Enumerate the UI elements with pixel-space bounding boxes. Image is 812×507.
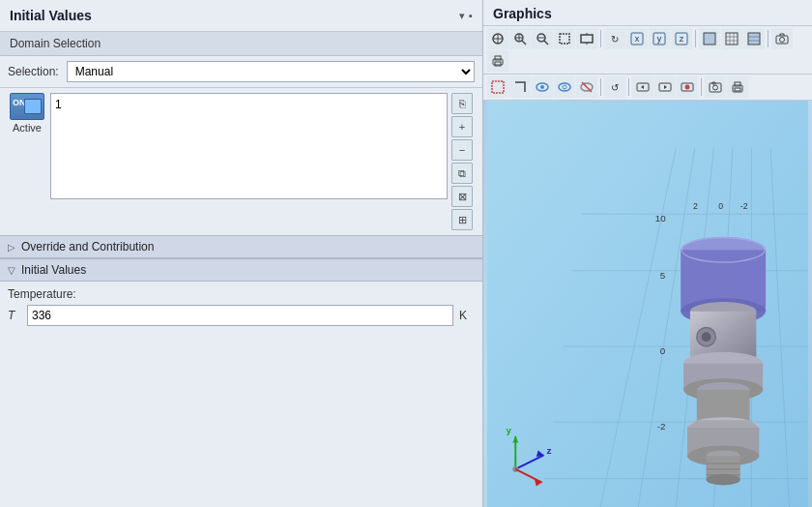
deselect-icon[interactable]: ⊠	[451, 186, 473, 207]
svg-text:z: z	[546, 445, 551, 456]
domain-textarea[interactable]: 1	[50, 93, 448, 199]
refresh-btn[interactable]: ↺	[604, 76, 625, 98]
right-panel: Graphics ↻ x y z	[483, 0, 812, 507]
svg-text:y: y	[506, 425, 511, 435]
svg-rect-21	[726, 33, 738, 45]
selection-row: Selection: Manual All domains	[0, 56, 482, 88]
visibility3-btn[interactable]	[576, 76, 597, 98]
toolbar-sep-2	[695, 30, 696, 47]
domain-area: ON Active 1 ⎘ + − ⧉ ⊠ ⊞	[0, 88, 482, 235]
selection-dropdown[interactable]: Manual All domains	[67, 61, 475, 82]
override-section[interactable]: ▷ Override and Contribution	[0, 235, 482, 258]
domain-toolbar: ⎘ + − ⧉ ⊠ ⊞	[451, 93, 475, 230]
svg-text:-2: -2	[740, 201, 748, 211]
zoom-in-btn[interactable]	[509, 28, 531, 49]
temperature-label: Temperature:	[8, 287, 475, 301]
svg-point-37	[559, 83, 570, 91]
initial-values-arrow: ▽	[8, 265, 15, 276]
svg-text:5: 5	[660, 270, 666, 281]
toggle-box	[24, 99, 42, 114]
remove-icon[interactable]: −	[451, 139, 473, 161]
svg-text:y: y	[657, 34, 662, 44]
selection-label: Selection:	[8, 65, 59, 78]
camera-btn[interactable]	[771, 28, 793, 49]
panel-title: Initial Values	[10, 8, 92, 23]
select-mode2-btn[interactable]	[509, 76, 531, 98]
view-z-btn[interactable]: z	[671, 28, 692, 49]
zoom-extents-btn[interactable]	[487, 28, 508, 49]
export-btn[interactable]	[727, 76, 748, 98]
svg-point-38	[563, 85, 566, 89]
temp-variable: T	[8, 309, 21, 322]
zoom-fit-btn[interactable]	[576, 28, 597, 49]
nav-next-btn[interactable]	[654, 76, 676, 98]
panel-header: Initial Values ▾ ▪	[0, 0, 482, 32]
visibility2-btn[interactable]	[554, 76, 575, 98]
svg-rect-20	[704, 33, 715, 45]
domain-selection-section: Domain Selection	[0, 32, 482, 56]
print-btn[interactable]	[487, 50, 508, 72]
svg-line-8	[544, 41, 548, 45]
visibility-btn[interactable]	[532, 76, 553, 98]
domain-textarea-wrapper: 1	[50, 93, 448, 230]
svg-rect-10	[560, 34, 569, 44]
zoom-box-btn[interactable]	[554, 28, 575, 49]
svg-point-48	[713, 85, 718, 90]
svg-point-36	[540, 85, 544, 89]
graphics-viewport[interactable]: 10 5 0 -2 2 0 -2	[483, 101, 812, 507]
svg-point-96	[707, 474, 740, 486]
panel-header-icons: ▾ ▪	[459, 10, 473, 22]
svg-marker-44	[664, 85, 667, 89]
domain-selection-label: Domain Selection	[10, 37, 101, 50]
view-x-btn[interactable]: x	[626, 28, 648, 49]
zoom-out-btn[interactable]	[532, 28, 553, 49]
initial-values-collapsible[interactable]: ▽ Initial Values	[0, 258, 482, 282]
toolbar-sep-1	[600, 30, 601, 47]
svg-text:x: x	[635, 34, 640, 44]
view-rotate-btn[interactable]: ↻	[604, 28, 625, 49]
svg-rect-34	[492, 81, 504, 93]
viewport-svg: 10 5 0 -2 2 0 -2	[483, 101, 812, 507]
select-mode-btn[interactable]	[487, 76, 508, 98]
svg-rect-11	[581, 35, 593, 43]
copy-icon[interactable]: ⧉	[451, 163, 473, 184]
temperature-row: T K	[8, 305, 475, 326]
svg-marker-42	[641, 85, 644, 89]
toolbar-sep-4	[600, 78, 601, 96]
graphics-title: Graphics	[493, 6, 552, 21]
toolbar-sep-6	[701, 78, 702, 96]
domain-left: ON Active	[8, 93, 46, 230]
select-all-domain-icon[interactable]: ⊞	[451, 209, 473, 230]
close-icon[interactable]: ▪	[469, 10, 473, 22]
temperature-input[interactable]	[27, 305, 453, 326]
override-label: Override and Contribution	[21, 240, 154, 254]
toolbar-sep-3	[768, 30, 768, 47]
graphics-header: Graphics	[483, 0, 812, 26]
svg-text:0: 0	[718, 201, 723, 211]
toolbar-sep-5	[628, 78, 629, 96]
active-label: Active	[13, 122, 42, 134]
svg-text:10: 10	[655, 213, 666, 224]
svg-point-80	[702, 332, 711, 342]
override-arrow: ▷	[8, 242, 15, 253]
svg-text:z: z	[680, 34, 684, 44]
active-toggle[interactable]: ON	[10, 93, 44, 120]
temperature-unit: K	[459, 309, 475, 322]
view-y-btn[interactable]: y	[649, 28, 670, 49]
toolbar-row-1: ↻ x y z	[483, 26, 812, 75]
nav-record-btn[interactable]	[677, 76, 698, 98]
svg-rect-26	[748, 33, 760, 45]
svg-line-4	[522, 41, 526, 45]
toolbar-row-2: ↺	[483, 75, 812, 101]
svg-rect-52	[735, 88, 740, 91]
render-mixed-btn[interactable]	[743, 28, 765, 49]
minimize-icon[interactable]: ▾	[459, 10, 465, 22]
left-panel: Initial Values ▾ ▪ Domain Selection Sele…	[0, 0, 483, 507]
paste-icon[interactable]: ⎘	[451, 93, 473, 114]
render-shaded-btn[interactable]	[699, 28, 720, 49]
initial-values-content: Temperature: T K	[0, 282, 482, 332]
render-wireframe-btn[interactable]	[721, 28, 742, 49]
add-icon[interactable]: +	[451, 116, 473, 137]
nav-prev-btn[interactable]	[632, 76, 653, 98]
screenshot-btn[interactable]	[705, 76, 726, 98]
